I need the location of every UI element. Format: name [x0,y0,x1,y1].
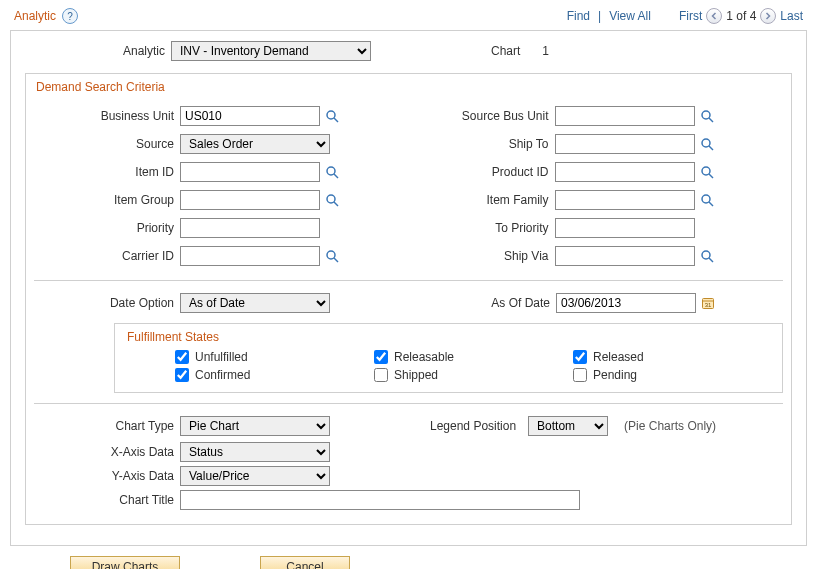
y-axis-select[interactable]: Value/Price [180,466,330,486]
to-priority-label: To Priority [409,221,555,235]
item-family-input[interactable] [555,190,695,210]
ship-via-input[interactable] [555,246,695,266]
priority-input[interactable] [180,218,320,238]
chart-number-label: Chart [491,44,526,58]
item-group-label: Item Group [34,193,180,207]
svg-point-14 [702,195,710,203]
lookup-icon[interactable] [324,192,340,208]
nav-prev-icon[interactable] [706,8,722,24]
item-id-input[interactable] [180,162,320,182]
item-family-label: Item Family [409,193,555,207]
svg-point-10 [702,139,710,147]
chart-type-row: Chart Type Pie Chart Legend Position Bot… [34,412,783,440]
nav-first-link[interactable]: First [679,9,702,23]
cancel-button[interactable]: Cancel [260,556,350,569]
chart-title-label: Chart Title [34,493,180,507]
lookup-icon[interactable] [324,164,340,180]
svg-line-1 [334,118,338,122]
svg-line-7 [334,258,338,262]
lookup-icon[interactable] [699,164,715,180]
svg-point-6 [327,251,335,259]
y-axis-label: Y-Axis Data [34,469,180,483]
check-releasable[interactable]: Releasable [374,350,573,364]
x-axis-row: X-Axis Data Status [34,440,783,464]
checkbox-confirmed[interactable] [175,368,189,382]
svg-point-16 [702,251,710,259]
source-bus-unit-input[interactable] [555,106,695,126]
svg-point-2 [327,167,335,175]
criteria-title: Demand Search Criteria [34,78,783,102]
checkbox-label: Confirmed [195,368,250,382]
date-option-label: Date Option [34,296,180,310]
product-id-input[interactable] [555,162,695,182]
to-priority-input[interactable] [555,218,695,238]
legend-position-label: Legend Position [430,419,522,433]
checkbox-label: Releasable [394,350,454,364]
checkbox-shipped[interactable] [374,368,388,382]
svg-line-13 [709,174,713,178]
y-axis-row: Y-Axis Data Value/Price [34,464,783,488]
lookup-icon[interactable] [699,108,715,124]
business-unit-input[interactable] [180,106,320,126]
carrier-id-label: Carrier ID [34,249,180,263]
header-right: Find | View All First 1 of 4 Last [567,8,803,24]
checkbox-pending[interactable] [573,368,587,382]
lookup-icon[interactable] [699,136,715,152]
criteria-group: Demand Search Criteria Business Unit Sou… [25,73,792,525]
chart-title-input[interactable] [180,490,580,510]
criteria-columns: Business Unit Source Sales Order Item [34,102,783,270]
chart-number-block: Chart 1 [491,44,549,58]
svg-line-11 [709,146,713,150]
fulfillment-title: Fulfillment States [125,328,772,350]
check-released[interactable]: Released [573,350,772,364]
checkbox-unfulfilled[interactable] [175,350,189,364]
lookup-icon[interactable] [699,248,715,264]
svg-point-12 [702,167,710,175]
check-confirmed[interactable]: Confirmed [175,368,374,382]
nav-last-link[interactable]: Last [780,9,803,23]
nav-next-icon[interactable] [760,8,776,24]
svg-line-17 [709,258,713,262]
carrier-id-input[interactable] [180,246,320,266]
svg-point-4 [327,195,335,203]
draw-charts-button[interactable]: Draw Charts [70,556,180,569]
source-select[interactable]: Sales Order [180,134,330,154]
chart-type-select[interactable]: Pie Chart [180,416,330,436]
section-header: Analytic ? Find | View All First 1 of 4 … [10,6,807,30]
calendar-icon[interactable]: 31 [700,295,716,311]
check-pending[interactable]: Pending [573,368,772,382]
criteria-col-left: Business Unit Source Sales Order Item [34,102,409,270]
analytic-select[interactable]: INV - Inventory Demand [171,41,371,61]
item-id-label: Item ID [34,165,180,179]
ship-to-input[interactable] [555,134,695,154]
svg-line-3 [334,174,338,178]
chart-number-value: 1 [542,44,549,58]
lookup-icon[interactable] [324,248,340,264]
x-axis-select[interactable]: Status [180,442,330,462]
find-link[interactable]: Find [567,9,590,23]
lookup-icon[interactable] [324,108,340,124]
item-group-input[interactable] [180,190,320,210]
page-title: Analytic [14,9,56,23]
view-all-link[interactable]: View All [609,9,651,23]
check-unfulfilled[interactable]: Unfulfilled [175,350,374,364]
legend-hint: (Pie Charts Only) [624,419,716,433]
date-option-select[interactable]: As of Date [180,293,330,313]
checkbox-released[interactable] [573,350,587,364]
help-icon[interactable]: ? [62,8,78,24]
separator: | [598,9,601,23]
criteria-col-right: Source Bus Unit Ship To [409,102,784,270]
lookup-icon[interactable] [699,192,715,208]
business-unit-label: Business Unit [34,109,180,123]
legend-position-select[interactable]: Bottom [528,416,608,436]
source-bus-unit-label: Source Bus Unit [409,109,555,123]
x-axis-label: X-Axis Data [34,445,180,459]
analytic-row: Analytic INV - Inventory Demand Chart 1 [25,41,792,67]
svg-line-5 [334,202,338,206]
check-shipped[interactable]: Shipped [374,368,573,382]
ship-to-label: Ship To [409,137,555,151]
checkbox-releasable[interactable] [374,350,388,364]
chart-title-row: Chart Title [34,488,783,512]
fulfillment-group: Fulfillment States Unfulfilled Releasabl… [114,323,783,393]
as-of-date-input[interactable] [556,293,696,313]
